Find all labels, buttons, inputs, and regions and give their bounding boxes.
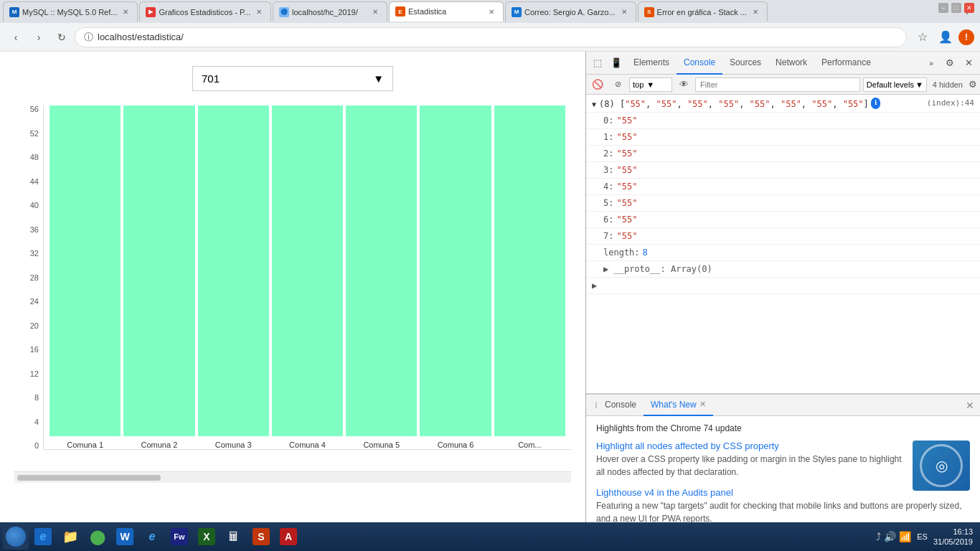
console-output: ▼ (8) ["55", "55", "55", "55", "55", "55… bbox=[586, 95, 980, 393]
taskbar-item-ie[interactable]: e bbox=[30, 524, 56, 550]
bottom-tab-whatsnew[interactable]: What's New ✕ bbox=[644, 395, 713, 416]
bottom-tab-console[interactable]: Console bbox=[598, 395, 644, 416]
language-badge[interactable]: ES bbox=[915, 532, 929, 541]
tab-close-tab3[interactable]: ✕ bbox=[369, 6, 381, 18]
console-info-badge: ℹ bbox=[871, 98, 880, 109]
log-level-select[interactable]: Default levels ▼ bbox=[863, 77, 927, 92]
devtools-inspect-button[interactable]: ⬚ bbox=[589, 55, 606, 72]
extension-button[interactable]: ! bbox=[958, 29, 974, 45]
devtools-panel: ⬚ 📱 ElementsConsoleSourcesNetworkPerform… bbox=[585, 52, 980, 551]
devtools-tab-elements[interactable]: Elements bbox=[626, 52, 677, 75]
taskbar-item-chrome[interactable]: ⬤ bbox=[85, 524, 110, 550]
taskbar-item-word[interactable]: W bbox=[112, 524, 138, 550]
taskbar-icon-excel: X bbox=[198, 528, 215, 545]
tab-close-tab6[interactable]: ✕ bbox=[750, 6, 761, 18]
devtools-tab-sources[interactable]: Sources bbox=[722, 52, 768, 75]
console-filter-input[interactable] bbox=[695, 77, 860, 92]
network-icon[interactable]: ⤴ bbox=[876, 531, 881, 542]
tab-close-tab5[interactable]: ✕ bbox=[618, 6, 630, 18]
profile-button[interactable]: 👤 bbox=[936, 27, 956, 47]
devtools-more-button[interactable]: » bbox=[923, 55, 940, 72]
browser-tab-tab1[interactable]: MMySQL :: MySQL 5.0 Ref...✕ bbox=[3, 1, 138, 22]
tab-close-tab4[interactable]: ✕ bbox=[486, 6, 497, 17]
taskbar-item-ie2[interactable]: e bbox=[139, 524, 165, 550]
address-bar[interactable]: ⓘ localhost/estadistica/ bbox=[75, 27, 907, 47]
devtools-tab-network[interactable]: Network bbox=[768, 52, 814, 75]
start-button[interactable] bbox=[3, 524, 29, 550]
taskbar-item-calc[interactable]: 🖩 bbox=[221, 524, 247, 550]
console-filter-button[interactable]: ⊘ bbox=[609, 76, 626, 93]
y-axis-label: 0 bbox=[14, 442, 43, 450]
console-key: 1: bbox=[603, 131, 613, 143]
bottom-panel-close[interactable]: ✕ bbox=[966, 400, 974, 411]
eye-button[interactable]: 👁 bbox=[675, 76, 692, 93]
taskbar-icon-calc: 🖩 bbox=[225, 528, 242, 545]
browser-tab-tab5[interactable]: MCorreo: Sergio A. Garzo...✕ bbox=[505, 1, 636, 22]
devtools-header: ⬚ 📱 ElementsConsoleSourcesNetworkPerform… bbox=[586, 52, 980, 75]
reload-button[interactable]: ↻ bbox=[52, 27, 72, 47]
taskbar-item-sublime[interactable]: S bbox=[248, 524, 274, 550]
taskbar-item-fw[interactable]: Fw bbox=[166, 524, 192, 550]
bar-column: Comuna 4 bbox=[272, 105, 343, 449]
console-line: 4:"55" bbox=[586, 179, 980, 195]
start-orb bbox=[6, 527, 26, 547]
devtools-device-button[interactable]: 📱 bbox=[608, 55, 625, 72]
tab-close-tab2[interactable]: ✕ bbox=[253, 6, 265, 18]
proto-expand-arrow[interactable]: ▶ bbox=[603, 263, 608, 276]
console-clear-button[interactable]: 🚫 bbox=[589, 76, 606, 93]
system-icons: ⤴ 🔊 📶 bbox=[876, 531, 911, 542]
whatsnew-close[interactable]: ✕ bbox=[699, 400, 706, 409]
taskbar-item-excel[interactable]: X bbox=[194, 524, 220, 550]
taskbar-item-acrobat[interactable]: A bbox=[275, 524, 301, 550]
console-settings-icon[interactable]: ⚙ bbox=[969, 79, 977, 90]
browser-frame: MMySQL :: MySQL 5.0 Ref...✕▶Graficos Est… bbox=[0, 0, 980, 551]
bookmark-button[interactable]: ☆ bbox=[913, 27, 933, 47]
y-axis-label: 44 bbox=[14, 178, 43, 186]
bar-column: Com... bbox=[494, 105, 565, 449]
frame-select[interactable]: top ▼ bbox=[629, 77, 672, 92]
console-value: "55" bbox=[616, 164, 637, 176]
horizontal-scrollbar[interactable] bbox=[14, 471, 571, 483]
browser-tab-tab2[interactable]: ▶Graficos Estadisticos - P...✕ bbox=[139, 1, 271, 22]
taskbar: e📁⬤WeFwX🖩SA ⤴ 🔊 📶 ES 16:13 31/05/2019 bbox=[0, 522, 980, 551]
expand-arrow[interactable]: ▼ bbox=[592, 98, 596, 110]
forward-button[interactable]: › bbox=[29, 27, 49, 47]
frame-arrow: ▼ bbox=[646, 80, 654, 89]
browser-tab-tab6[interactable]: SError en gráfica - Stack ...✕ bbox=[638, 1, 768, 22]
console-key: 3: bbox=[603, 164, 613, 176]
maximize-button[interactable]: □ bbox=[951, 3, 961, 13]
bar-column: Comuna 5 bbox=[346, 105, 417, 449]
signal-icon[interactable]: 📶 bbox=[899, 531, 911, 542]
close-button[interactable]: ✕ bbox=[964, 3, 974, 13]
bar-label: Comuna 5 bbox=[363, 441, 400, 449]
browser-tab-tab3[interactable]: 🔵localhost/hc_2019/✕ bbox=[273, 1, 387, 22]
bar-label: Comuna 3 bbox=[215, 441, 252, 449]
devtools-settings-button[interactable]: ⚙ bbox=[941, 55, 958, 72]
console-line: 7:"55" bbox=[586, 228, 980, 245]
whats-new-image-inner: ◎ bbox=[920, 444, 963, 487]
console-key: 5: bbox=[603, 197, 613, 209]
tab-close-tab1[interactable]: ✕ bbox=[120, 6, 131, 18]
y-axis-label: 24 bbox=[14, 298, 43, 306]
back-button[interactable]: ‹ bbox=[6, 27, 26, 47]
taskbar-icon-sublime: S bbox=[253, 528, 270, 545]
taskbar-item-folder[interactable]: 📁 bbox=[57, 524, 83, 550]
browser-tab-tab4[interactable]: EEstadistica✕ bbox=[389, 1, 504, 22]
volume-icon[interactable]: 🔊 bbox=[884, 531, 896, 542]
level-arrow: ▼ bbox=[915, 80, 923, 89]
console-line: 2:"55" bbox=[586, 146, 980, 162]
tab-label-tab1: MySQL :: MySQL 5.0 Ref... bbox=[22, 8, 117, 17]
devtools-close-button[interactable]: ✕ bbox=[960, 55, 977, 72]
whats-new-title: Highlights from the Chrome 74 update bbox=[596, 423, 970, 433]
minimize-button[interactable]: − bbox=[938, 3, 948, 13]
dropdown-value: 701 bbox=[202, 72, 220, 85]
devtools-tab-performance[interactable]: Performance bbox=[814, 52, 878, 75]
devtools-tab-console[interactable]: Console bbox=[677, 52, 722, 75]
scroll-thumb bbox=[17, 475, 161, 481]
chart-dropdown[interactable]: 701 ▼ bbox=[192, 66, 393, 91]
tab-favicon-tab5: M bbox=[512, 7, 522, 17]
taskbar-icon-word: W bbox=[116, 528, 133, 545]
y-axis-label: 12 bbox=[14, 370, 43, 378]
bottom-expand-arrow[interactable]: ▶ bbox=[592, 279, 597, 292]
console-link[interactable]: (index):44 bbox=[927, 98, 974, 110]
